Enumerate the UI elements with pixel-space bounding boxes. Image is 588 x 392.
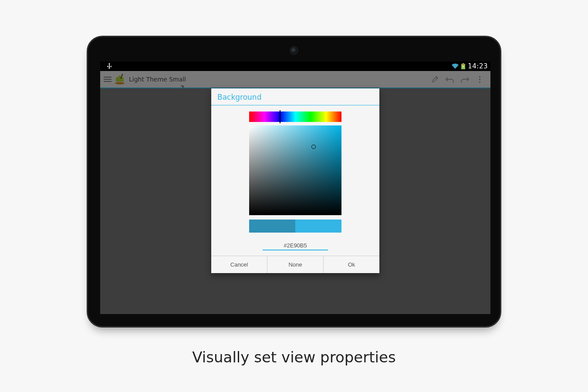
dialog-button-bar: Cancel None Ok: [211, 256, 379, 273]
tablet-frame: 14:23 Light Theme Small: [87, 36, 501, 328]
camera-icon: [291, 47, 297, 54]
status-clock: 14:23: [468, 62, 488, 70]
saturation-value-field[interactable]: [249, 125, 341, 215]
hue-cursor[interactable]: [280, 110, 280, 123]
battery-icon: [461, 63, 465, 69]
hue-slider[interactable]: [249, 112, 341, 122]
wifi-icon: [452, 64, 459, 69]
dialog-title: Background: [211, 88, 379, 105]
none-button[interactable]: None: [267, 256, 324, 273]
marketing-caption: Visually set view properties: [192, 348, 395, 366]
ok-button[interactable]: Ok: [324, 256, 379, 273]
cancel-button[interactable]: Cancel: [211, 256, 267, 273]
svg-rect-1: [463, 63, 464, 64]
device-screen: 14:23 Light Theme Small: [100, 61, 490, 314]
usb-icon: [103, 63, 116, 70]
swatch-preview[interactable]: [295, 220, 341, 233]
status-bar: 14:23: [100, 61, 490, 71]
swatch-current[interactable]: [249, 220, 295, 233]
hex-input[interactable]: [263, 241, 328, 250]
sv-cursor[interactable]: [311, 145, 316, 149]
color-swatches: [249, 220, 341, 233]
color-picker-dialog: Background Cancel None Ok: [211, 88, 379, 273]
